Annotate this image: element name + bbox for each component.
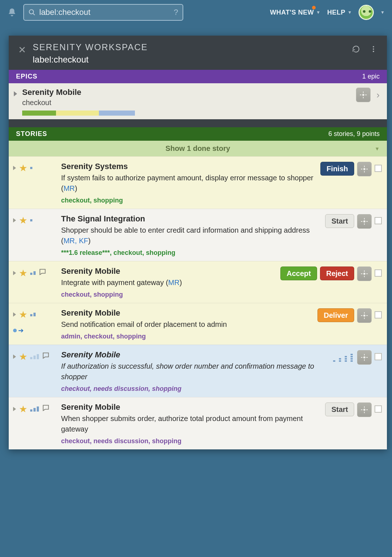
search-box[interactable]: ? xyxy=(23,4,183,21)
story-row[interactable]: ★ Serenity Mobile If authorization is su… xyxy=(9,345,387,397)
locate-button[interactable] xyxy=(356,88,371,102)
story-labels[interactable]: checkout, shopping xyxy=(61,197,316,204)
chevron-down-icon: ▼ xyxy=(316,10,320,15)
expand-icon[interactable] xyxy=(13,312,16,317)
select-checkbox[interactable] xyxy=(375,217,382,224)
notification-dot xyxy=(312,6,316,9)
expand-icon[interactable] xyxy=(13,354,16,359)
locate-button[interactable] xyxy=(357,350,372,365)
comment-icon[interactable] xyxy=(39,268,47,278)
expand-icon[interactable] xyxy=(13,407,16,411)
svg-point-9 xyxy=(363,314,365,317)
bell-icon[interactable] xyxy=(7,8,17,17)
story-title: If authorization is successful, show ord… xyxy=(61,361,329,382)
help-label: HELP xyxy=(327,9,345,16)
story-project: Serenity Systems xyxy=(61,162,316,171)
comment-icon[interactable] xyxy=(42,404,50,414)
epics-header: EPICS 1 epic xyxy=(9,70,387,83)
locate-button[interactable] xyxy=(357,214,372,229)
star-icon: ★ xyxy=(19,163,27,173)
kebab-icon[interactable] xyxy=(369,45,377,53)
show-done-toggle[interactable]: Show 1 done story ▼ xyxy=(9,141,387,156)
estimate-indicator xyxy=(30,354,39,359)
estimate-indicator xyxy=(30,406,39,412)
whats-new-link[interactable]: WHAT'S NEW ▼ xyxy=(270,9,320,16)
locate-button[interactable] xyxy=(357,267,372,281)
epic-row[interactable]: Serenity Mobile checkout › xyxy=(9,83,387,119)
comment-icon[interactable] xyxy=(42,352,50,361)
show-done-label: Show 1 done story xyxy=(165,144,230,152)
expand-icon[interactable] xyxy=(13,166,16,170)
search-panel: ✕ SERENITY WORKSPACE label:checkout EPIC… xyxy=(9,36,387,449)
estimate-picker[interactable] xyxy=(333,354,353,362)
reject-button[interactable]: Reject xyxy=(320,267,354,280)
epic-subtitle: checkout xyxy=(22,99,351,107)
story-row[interactable]: ★ Serenity Mobile Integrate with payment… xyxy=(9,261,387,303)
select-checkbox[interactable] xyxy=(375,353,382,360)
svg-point-2 xyxy=(373,46,374,48)
story-row[interactable]: ★ ➔ Serenity Mobile Send notification em… xyxy=(9,303,387,345)
expand-icon[interactable] xyxy=(13,218,16,223)
chevron-down-icon: ▼ xyxy=(348,10,352,15)
help-link[interactable]: HELP ▼ xyxy=(327,9,352,16)
start-button[interactable]: Start xyxy=(325,214,354,228)
epics-count: 1 epic xyxy=(362,73,380,80)
estimate-indicator xyxy=(30,219,32,221)
story-project: Serenity Mobile xyxy=(61,350,329,360)
search-help-icon[interactable]: ? xyxy=(174,8,178,17)
epic-title: Serenity Mobile xyxy=(22,88,351,97)
stories-header: STORIES 6 stories, 9 points xyxy=(9,127,387,141)
svg-line-1 xyxy=(33,13,35,15)
blocker-icon[interactable]: ➔ xyxy=(13,326,24,334)
svg-point-5 xyxy=(363,94,365,96)
close-icon[interactable]: ✕ xyxy=(18,44,26,56)
story-project: Serenity Mobile xyxy=(61,267,276,276)
select-checkbox[interactable] xyxy=(375,405,382,413)
story-row[interactable]: ★ The Signal Integration Shopper should … xyxy=(9,209,387,261)
story-row[interactable]: ★ Serenity Mobile When shopper submits o… xyxy=(9,397,387,449)
story-row[interactable]: ★ Serenity Systems If system fails to au… xyxy=(9,156,387,209)
select-checkbox[interactable] xyxy=(375,165,382,172)
story-labels[interactable]: admin, checkout, shopping xyxy=(61,333,313,340)
stories-summary: 6 stories, 9 points xyxy=(328,130,380,138)
start-button[interactable]: Start xyxy=(325,402,354,416)
deliver-button[interactable]: Deliver xyxy=(317,308,354,322)
select-checkbox[interactable] xyxy=(375,311,382,318)
story-labels[interactable]: checkout, needs discussion, shopping xyxy=(61,385,329,393)
story-project: Serenity Mobile xyxy=(61,308,313,318)
search-input[interactable] xyxy=(39,8,170,17)
expand-icon[interactable] xyxy=(13,271,16,275)
refresh-icon[interactable] xyxy=(352,45,360,53)
story-labels[interactable]: checkout, shopping xyxy=(61,291,276,298)
epic-progress-bar xyxy=(22,111,135,116)
star-icon: ★ xyxy=(19,216,27,225)
locate-button[interactable] xyxy=(357,308,372,323)
accept-button[interactable]: Accept xyxy=(280,267,317,280)
chevron-right-icon[interactable]: › xyxy=(374,89,382,101)
svg-point-11 xyxy=(363,409,365,411)
story-labels[interactable]: ***1.6 release***, checkout, shopping xyxy=(61,249,321,257)
finish-button[interactable]: Finish xyxy=(320,162,354,176)
estimate-indicator xyxy=(30,313,36,316)
story-title: When shopper submits order, authorize to… xyxy=(61,413,321,434)
top-header: ? WHAT'S NEW ▼ HELP ▼ ▼ xyxy=(0,0,392,25)
story-project: Serenity Mobile xyxy=(61,402,321,412)
locate-button[interactable] xyxy=(357,402,372,417)
whats-new-label: WHAT'S NEW xyxy=(270,9,314,16)
search-icon xyxy=(28,9,36,16)
svg-point-8 xyxy=(363,273,365,275)
stories-label: STORIES xyxy=(16,130,47,138)
select-checkbox[interactable] xyxy=(375,269,382,277)
panel-header: ✕ SERENITY WORKSPACE label:checkout xyxy=(9,36,387,70)
star-icon: ★ xyxy=(19,352,27,361)
expand-icon[interactable] xyxy=(14,91,17,96)
avatar[interactable] xyxy=(359,5,374,20)
locate-button[interactable] xyxy=(357,162,372,176)
story-title: If system fails to authorize payment amo… xyxy=(61,173,316,194)
story-title: Send notification email of order placeme… xyxy=(61,319,313,330)
chevron-down-icon[interactable]: ▼ xyxy=(380,10,385,15)
estimate-indicator xyxy=(30,167,32,169)
story-title: Integrate with payment gateway (MR) xyxy=(61,277,276,288)
epics-label: EPICS xyxy=(16,73,37,80)
story-labels[interactable]: checkout, needs discussion, shopping xyxy=(61,437,321,445)
